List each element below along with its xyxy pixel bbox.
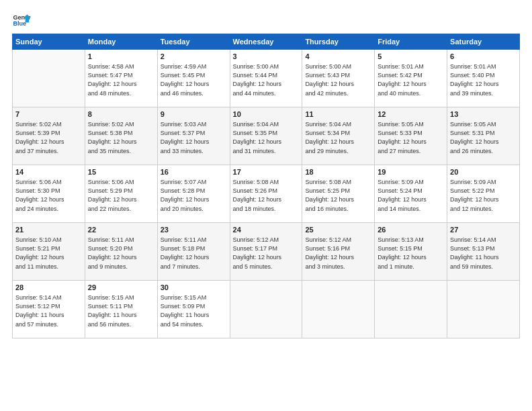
logo: General Blue: [12, 11, 31, 30]
calendar-day-cell: 28Sunrise: 5:14 AM Sunset: 5:12 PM Dayli…: [13, 281, 85, 338]
day-number: 2: [161, 52, 227, 62]
calendar-day-cell: 3Sunrise: 5:00 AM Sunset: 5:44 PM Daylig…: [230, 50, 302, 107]
calendar-day-cell: 22Sunrise: 5:11 AM Sunset: 5:20 PM Dayli…: [85, 223, 157, 281]
calendar-day-cell: 4Sunrise: 5:00 AM Sunset: 5:43 PM Daylig…: [302, 50, 375, 107]
day-info: Sunrise: 5:10 AM Sunset: 5:21 PM Dayligh…: [15, 236, 82, 271]
day-number: 15: [88, 167, 154, 177]
logo-icon: General Blue: [12, 11, 31, 30]
calendar-day-cell: 24Sunrise: 5:12 AM Sunset: 5:17 PM Dayli…: [230, 223, 302, 281]
calendar-day-cell: 13Sunrise: 5:05 AM Sunset: 5:31 PM Dayli…: [447, 107, 520, 165]
calendar-day-cell: [13, 50, 85, 107]
calendar-day-cell: 14Sunrise: 5:06 AM Sunset: 5:30 PM Dayli…: [13, 165, 85, 223]
calendar-day-cell: [447, 281, 520, 338]
calendar-day-cell: 26Sunrise: 5:13 AM Sunset: 5:15 PM Dayli…: [375, 223, 447, 281]
calendar-day-cell: 23Sunrise: 5:11 AM Sunset: 5:18 PM Dayli…: [157, 223, 230, 281]
day-info: Sunrise: 4:59 AM Sunset: 5:45 PM Dayligh…: [161, 62, 227, 97]
calendar-day-cell: 2Sunrise: 4:59 AM Sunset: 5:45 PM Daylig…: [157, 50, 230, 107]
day-info: Sunrise: 5:02 AM Sunset: 5:39 PM Dayligh…: [15, 120, 82, 155]
day-info: Sunrise: 5:15 AM Sunset: 5:09 PM Dayligh…: [161, 293, 227, 328]
day-number: 30: [161, 283, 227, 293]
day-info: Sunrise: 5:05 AM Sunset: 5:33 PM Dayligh…: [378, 120, 444, 155]
calendar-day-cell: 6Sunrise: 5:01 AM Sunset: 5:40 PM Daylig…: [447, 50, 520, 107]
day-number: 13: [450, 109, 517, 120]
day-info: Sunrise: 4:58 AM Sunset: 5:47 PM Dayligh…: [88, 62, 154, 97]
day-info: Sunrise: 5:11 AM Sunset: 5:18 PM Dayligh…: [161, 236, 227, 271]
day-info: Sunrise: 5:05 AM Sunset: 5:31 PM Dayligh…: [450, 120, 517, 155]
day-number: 22: [88, 225, 154, 235]
day-info: Sunrise: 5:01 AM Sunset: 5:40 PM Dayligh…: [450, 62, 517, 97]
day-number: 25: [305, 225, 371, 235]
calendar-day-cell: 7Sunrise: 5:02 AM Sunset: 5:39 PM Daylig…: [13, 107, 85, 165]
weekday-header: Friday: [375, 34, 447, 50]
weekday-header: Thursday: [302, 34, 375, 50]
calendar-day-cell: 30Sunrise: 5:15 AM Sunset: 5:09 PM Dayli…: [157, 281, 230, 338]
day-info: Sunrise: 5:14 AM Sunset: 5:13 PM Dayligh…: [450, 236, 517, 271]
day-info: Sunrise: 5:14 AM Sunset: 5:12 PM Dayligh…: [15, 293, 82, 328]
day-number: 12: [378, 109, 444, 120]
day-info: Sunrise: 5:06 AM Sunset: 5:29 PM Dayligh…: [88, 178, 154, 213]
day-number: 6: [450, 52, 517, 62]
day-number: 17: [233, 167, 300, 177]
day-number: 29: [88, 283, 154, 293]
day-info: Sunrise: 5:08 AM Sunset: 5:26 PM Dayligh…: [233, 178, 300, 213]
day-info: Sunrise: 5:15 AM Sunset: 5:11 PM Dayligh…: [88, 293, 154, 328]
calendar-day-cell: [375, 281, 447, 338]
calendar-day-cell: [230, 281, 302, 338]
calendar-day-cell: 17Sunrise: 5:08 AM Sunset: 5:26 PM Dayli…: [230, 165, 302, 223]
day-info: Sunrise: 5:04 AM Sunset: 5:34 PM Dayligh…: [305, 120, 371, 155]
day-info: Sunrise: 5:09 AM Sunset: 5:24 PM Dayligh…: [378, 178, 444, 213]
calendar-day-cell: 18Sunrise: 5:08 AM Sunset: 5:25 PM Dayli…: [302, 165, 375, 223]
calendar-week-row: 14Sunrise: 5:06 AM Sunset: 5:30 PM Dayli…: [13, 165, 520, 223]
day-info: Sunrise: 5:06 AM Sunset: 5:30 PM Dayligh…: [15, 178, 82, 213]
day-info: Sunrise: 5:12 AM Sunset: 5:16 PM Dayligh…: [305, 236, 371, 271]
weekday-header: Sunday: [13, 34, 85, 50]
day-number: 26: [378, 225, 444, 235]
weekday-header: Monday: [85, 34, 157, 50]
day-number: 11: [305, 109, 371, 120]
day-number: 7: [15, 109, 82, 120]
day-info: Sunrise: 5:00 AM Sunset: 5:43 PM Dayligh…: [305, 62, 371, 97]
calendar-day-cell: 27Sunrise: 5:14 AM Sunset: 5:13 PM Dayli…: [447, 223, 520, 281]
calendar-day-cell: 8Sunrise: 5:02 AM Sunset: 5:38 PM Daylig…: [85, 107, 157, 165]
day-number: 19: [378, 167, 444, 177]
day-number: 20: [450, 167, 517, 177]
weekday-header: Tuesday: [157, 34, 230, 50]
calendar-day-cell: 15Sunrise: 5:06 AM Sunset: 5:29 PM Dayli…: [85, 165, 157, 223]
calendar-week-row: 1Sunrise: 4:58 AM Sunset: 5:47 PM Daylig…: [13, 50, 520, 107]
day-number: 9: [161, 109, 227, 120]
calendar-week-row: 21Sunrise: 5:10 AM Sunset: 5:21 PM Dayli…: [13, 223, 520, 281]
day-number: 23: [161, 225, 227, 235]
calendar-day-cell: 10Sunrise: 5:04 AM Sunset: 5:35 PM Dayli…: [230, 107, 302, 165]
calendar-day-cell: [302, 281, 375, 338]
calendar-day-cell: 29Sunrise: 5:15 AM Sunset: 5:11 PM Dayli…: [85, 281, 157, 338]
day-number: 10: [233, 109, 300, 120]
day-number: 4: [305, 52, 371, 62]
weekday-header: Saturday: [447, 34, 520, 50]
day-info: Sunrise: 5:12 AM Sunset: 5:17 PM Dayligh…: [233, 236, 300, 271]
calendar-day-cell: 19Sunrise: 5:09 AM Sunset: 5:24 PM Dayli…: [375, 165, 447, 223]
day-number: 27: [450, 225, 517, 235]
day-number: 18: [305, 167, 371, 177]
day-info: Sunrise: 5:00 AM Sunset: 5:44 PM Dayligh…: [233, 62, 300, 97]
calendar-week-row: 28Sunrise: 5:14 AM Sunset: 5:12 PM Dayli…: [13, 281, 520, 338]
day-info: Sunrise: 5:08 AM Sunset: 5:25 PM Dayligh…: [305, 178, 371, 213]
day-info: Sunrise: 5:04 AM Sunset: 5:35 PM Dayligh…: [233, 120, 300, 155]
day-info: Sunrise: 5:11 AM Sunset: 5:20 PM Dayligh…: [88, 236, 154, 271]
calendar-day-cell: 16Sunrise: 5:07 AM Sunset: 5:28 PM Dayli…: [157, 165, 230, 223]
calendar-day-cell: 12Sunrise: 5:05 AM Sunset: 5:33 PM Dayli…: [375, 107, 447, 165]
day-number: 28: [15, 283, 82, 293]
calendar-day-cell: 20Sunrise: 5:09 AM Sunset: 5:22 PM Dayli…: [447, 165, 520, 223]
calendar-header-row: SundayMondayTuesdayWednesdayThursdayFrid…: [13, 34, 520, 50]
day-info: Sunrise: 5:01 AM Sunset: 5:42 PM Dayligh…: [378, 62, 444, 97]
calendar-table: SundayMondayTuesdayWednesdayThursdayFrid…: [12, 34, 520, 338]
calendar-day-cell: 5Sunrise: 5:01 AM Sunset: 5:42 PM Daylig…: [375, 50, 447, 107]
day-number: 16: [161, 167, 227, 177]
weekday-header: Wednesday: [230, 34, 302, 50]
calendar-day-cell: 1Sunrise: 4:58 AM Sunset: 5:47 PM Daylig…: [85, 50, 157, 107]
day-number: 1: [88, 52, 154, 62]
day-info: Sunrise: 5:07 AM Sunset: 5:28 PM Dayligh…: [161, 178, 227, 213]
calendar-day-cell: 21Sunrise: 5:10 AM Sunset: 5:21 PM Dayli…: [13, 223, 85, 281]
day-number: 24: [233, 225, 300, 235]
day-info: Sunrise: 5:03 AM Sunset: 5:37 PM Dayligh…: [161, 120, 227, 155]
day-info: Sunrise: 5:09 AM Sunset: 5:22 PM Dayligh…: [450, 178, 517, 213]
